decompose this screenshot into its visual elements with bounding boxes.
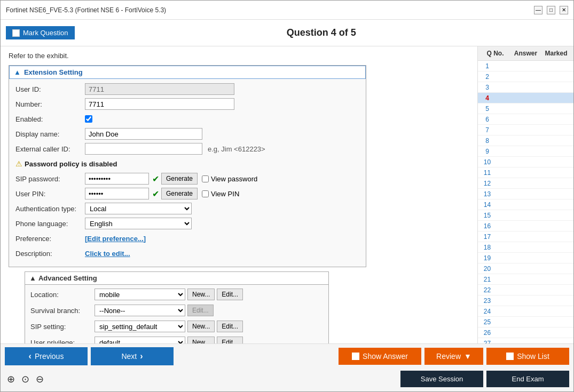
sidebar-num-12[interactable]: 12 (478, 180, 497, 187)
description-row: Description: Click to edit... (15, 247, 359, 259)
enabled-checkbox[interactable] (85, 115, 92, 123)
user-priv-new-button[interactable]: New... (187, 337, 215, 343)
show-list-button[interactable]: ✓ Show List (486, 348, 569, 365)
display-name-row: Display name: (15, 128, 359, 140)
advanced-setting-title: ▲ Advanced Setting (25, 272, 328, 285)
review-dropdown-icon: ▼ (464, 352, 471, 361)
number-input[interactable] (85, 98, 234, 110)
sidebar-num-14[interactable]: 14 (478, 201, 497, 209)
zoom-in-button[interactable]: ⊕ (5, 372, 17, 386)
password-warning-icon: ⚠ (15, 159, 22, 168)
previous-button[interactable]: ‹ Previous (5, 347, 88, 365)
display-name-input[interactable] (85, 128, 202, 140)
sidebar-num-24[interactable]: 24 (478, 308, 497, 315)
sidebar-num-20[interactable]: 20 (478, 265, 497, 273)
sidebar-num-13[interactable]: 13 (478, 190, 497, 198)
view-password-checkbox[interactable] (202, 175, 209, 182)
sidebar-num-15[interactable]: 15 (478, 212, 497, 219)
sidebar-row-15: 15 (478, 210, 573, 221)
review-button[interactable]: Review ▼ (424, 348, 483, 365)
location-select[interactable]: mobile (95, 289, 185, 300)
extension-setting-title: ▲ Extension Setting (9, 66, 366, 79)
window-controls: — □ ✕ (534, 6, 568, 14)
user-priv-row: User privilege: default New... Edit... (30, 336, 323, 343)
main-window: Fortinet NSE6_FVE-5.3 (Fortinet NSE 6 - … (0, 0, 574, 392)
sidebar-num-2[interactable]: 2 (478, 73, 497, 81)
sidebar-num-6[interactable]: 6 (478, 116, 497, 123)
sidebar-num-25[interactable]: 25 (478, 318, 497, 326)
sidebar-num-7[interactable]: 7 (478, 126, 497, 134)
location-new-button[interactable]: New... (187, 289, 215, 300)
sidebar-row-22: 22 (478, 285, 573, 295)
preference-link[interactable]: [Edit preference...] (85, 235, 146, 243)
sidebar-num-19[interactable]: 19 (478, 254, 497, 262)
save-session-button[interactable]: Save Session (400, 371, 483, 387)
extension-section-icon: ▲ (14, 68, 21, 76)
auth-type-row: Authentication type: Local (15, 203, 359, 214)
zoom-normal-button[interactable]: ⊙ (19, 372, 32, 386)
mark-question-label: Mark Question (23, 29, 68, 37)
sidebar-num-11[interactable]: 11 (478, 169, 497, 177)
sidebar-num-22[interactable]: 22 (478, 286, 497, 294)
user-pin-row: User PIN: ✔ Generate View PIN (15, 188, 359, 199)
sip-setting-select[interactable]: sip_setting_default (95, 321, 185, 332)
auth-type-select[interactable]: Local (85, 203, 192, 214)
user-id-input (85, 83, 234, 95)
enabled-label: Enabled: (15, 115, 85, 123)
sip-valid-icon: ✔ (152, 174, 159, 184)
sip-setting-new-button[interactable]: New... (187, 321, 215, 332)
survival-select[interactable]: --None-- (95, 305, 185, 316)
external-caller-row: External caller ID: e.g, Jim <612223> (15, 143, 359, 155)
sidebar-num-1[interactable]: 1 (478, 62, 497, 70)
sidebar-row-21: 21 (478, 274, 573, 285)
sidebar-num-16[interactable]: 16 (478, 222, 497, 230)
pin-generate-button[interactable]: Generate (161, 188, 198, 199)
view-pin-wrap: View PIN (202, 190, 239, 198)
sip-password-input[interactable] (85, 173, 149, 185)
maximize-button[interactable]: □ (547, 6, 555, 14)
minimize-button[interactable]: — (534, 6, 542, 14)
bottom-buttons: ‹ Previous Next › Show Answer Review ▼ ✓… (1, 344, 573, 369)
sidebar-num-9[interactable]: 9 (478, 148, 497, 155)
enabled-row: Enabled: (15, 113, 359, 125)
show-answer-button[interactable]: Show Answer (339, 348, 421, 365)
extension-setting-content: User ID: Number: Enabled: Di (9, 79, 366, 267)
sidebar-num-18[interactable]: 18 (478, 244, 497, 251)
sidebar-num-23[interactable]: 23 (478, 297, 497, 305)
location-edit-button[interactable]: Edit... (217, 289, 243, 300)
user-priv-edit-button[interactable]: Edit... (217, 337, 243, 343)
sidebar-num-26[interactable]: 26 (478, 329, 497, 337)
description-link[interactable]: Click to edit... (85, 250, 130, 258)
next-button[interactable]: Next › (91, 347, 174, 365)
user-pin-input[interactable] (85, 188, 149, 199)
sidebar-num-17[interactable]: 17 (478, 233, 497, 241)
end-exam-button[interactable]: End Exam (486, 371, 569, 387)
survival-edit-button[interactable]: Edit... (187, 305, 214, 316)
sidebar-row-24: 24 (478, 306, 573, 317)
mark-question-button[interactable]: ✓ Mark Question (6, 26, 75, 39)
view-pin-checkbox[interactable] (202, 190, 209, 197)
sidebar-num-5[interactable]: 5 (478, 105, 497, 113)
sip-generate-button[interactable]: Generate (161, 173, 198, 185)
next-chevron-icon: › (140, 351, 143, 361)
sidebar-num-21[interactable]: 21 (478, 276, 497, 283)
sidebar-row-19: 19 (478, 253, 573, 263)
sidebar-num-4[interactable]: 4 (478, 94, 497, 102)
show-list-label: Show List (517, 352, 549, 361)
zoom-out-button[interactable]: ⊖ (34, 372, 46, 386)
sidebar-num-10[interactable]: 10 (478, 158, 497, 166)
survival-label: Survival branch: (30, 307, 95, 315)
sip-setting-edit-button[interactable]: Edit... (217, 321, 243, 332)
show-answer-label: Show Answer (363, 352, 408, 361)
close-button[interactable]: ✕ (560, 6, 568, 14)
sidebar-row-13: 13 (478, 189, 573, 199)
display-name-label: Display name: (15, 130, 85, 138)
sidebar-num-8[interactable]: 8 (478, 137, 497, 145)
sidebar-num-3[interactable]: 3 (478, 84, 497, 91)
external-caller-input[interactable] (85, 143, 202, 155)
sidebar-num-27[interactable]: 27 (478, 340, 497, 344)
sidebar-row-10: 10 (478, 157, 573, 167)
phone-lang-select[interactable]: English (85, 218, 192, 229)
user-priv-select[interactable]: default (95, 337, 185, 343)
bottom-bar: ‹ Previous Next › Show Answer Review ▼ ✓… (1, 343, 573, 391)
